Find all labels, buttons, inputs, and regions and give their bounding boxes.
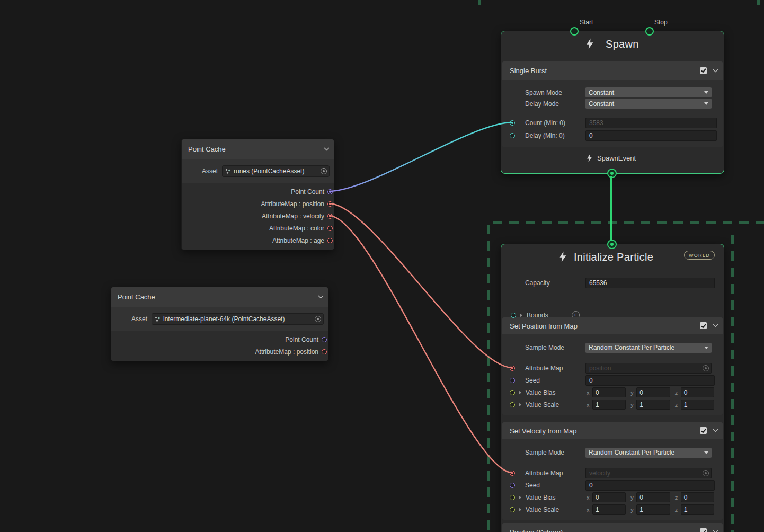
x-field[interactable]: 0 bbox=[592, 387, 626, 397]
point-cache-planet-node[interactable]: Point Cache Asset intermediate-planet-64… bbox=[111, 287, 328, 361]
sample-mode-dropdown[interactable]: Random Constant Per Particle bbox=[585, 343, 712, 353]
spawn-output-flow-port[interactable] bbox=[607, 169, 617, 178]
spawn-mode-dropdown[interactable]: Constant bbox=[585, 87, 712, 97]
bounds-input-port[interactable] bbox=[511, 313, 516, 318]
block-enabled-checkbox[interactable] bbox=[700, 427, 707, 434]
attribute-map-input-port[interactable] bbox=[510, 366, 515, 371]
foldout-arrow-icon[interactable] bbox=[520, 313, 522, 317]
value-bias-input-port[interactable] bbox=[510, 495, 515, 500]
attribute-map-field[interactable]: velocity bbox=[585, 468, 712, 478]
point-cache-runes-node[interactable]: Point Cache Asset runes (PointCacheAsset… bbox=[181, 139, 334, 250]
attributemap-age-output-port[interactable] bbox=[327, 238, 333, 243]
delay-field[interactable]: 0 bbox=[585, 130, 717, 141]
z-field[interactable]: 0 bbox=[681, 387, 714, 397]
value-scale-row: Value Scale x1 y1 z1 bbox=[502, 398, 723, 411]
attributemap-position-output-port[interactable] bbox=[327, 201, 333, 207]
y-field[interactable]: 0 bbox=[636, 492, 670, 502]
attributemap-velocity-output-port[interactable] bbox=[327, 214, 333, 219]
set-velocity-from-map-block-header[interactable]: Set Velocity from Map bbox=[502, 422, 723, 439]
asset-object-field[interactable]: runes (PointCacheAsset) bbox=[222, 165, 330, 177]
lightning-icon bbox=[586, 38, 594, 49]
output-row: AttributeMap : position bbox=[111, 345, 328, 358]
object-picker-icon[interactable] bbox=[703, 365, 709, 371]
attribute-map-row: Attribute Map position bbox=[502, 362, 723, 374]
output-row: Point Count bbox=[111, 333, 328, 345]
block-enabled-checkbox[interactable] bbox=[700, 67, 707, 74]
delay-input-port[interactable] bbox=[510, 133, 515, 138]
seed-input-port[interactable] bbox=[510, 378, 515, 383]
sample-mode-dropdown[interactable]: Random Constant Per Particle bbox=[585, 448, 712, 458]
output-row: AttributeMap : velocity bbox=[182, 210, 334, 222]
single-burst-block-header[interactable]: Single Burst bbox=[502, 61, 723, 80]
flow-input-stop-label: Stop bbox=[654, 19, 668, 26]
y-field[interactable]: 1 bbox=[636, 504, 670, 515]
checkmark-icon bbox=[700, 529, 707, 532]
output-row: AttributeMap : age bbox=[182, 234, 334, 246]
z-field[interactable]: 1 bbox=[681, 400, 714, 410]
z-field[interactable]: 1 bbox=[681, 504, 714, 515]
value-bias-input-port[interactable] bbox=[510, 390, 515, 395]
initialize-input-flow-port[interactable] bbox=[607, 240, 617, 249]
z-field[interactable]: 0 bbox=[681, 492, 714, 502]
y-field[interactable]: 0 bbox=[636, 387, 670, 397]
value-scale-input-port[interactable] bbox=[510, 507, 515, 512]
object-picker-icon[interactable] bbox=[321, 168, 327, 174]
space-badge[interactable]: WORLD bbox=[684, 251, 715, 260]
block-enabled-checkbox[interactable] bbox=[700, 322, 707, 329]
seed-field[interactable]: 0 bbox=[585, 480, 715, 491]
node-title: Point Cache bbox=[118, 293, 155, 301]
checkmark-icon bbox=[700, 428, 707, 434]
collapse-chevron-icon[interactable] bbox=[713, 69, 718, 73]
node-header[interactable]: Point Cache bbox=[182, 139, 334, 159]
attribute-map-input-port[interactable] bbox=[510, 471, 515, 476]
seed-field[interactable]: 0 bbox=[585, 375, 715, 386]
foldout-arrow-icon[interactable] bbox=[519, 391, 521, 395]
collapse-chevron-icon[interactable] bbox=[318, 295, 324, 299]
seed-input-port[interactable] bbox=[510, 483, 515, 488]
point-count-output-port[interactable] bbox=[327, 189, 333, 194]
output-port-list: Point Count AttributeMap : position Attr… bbox=[182, 183, 334, 250]
asset-label: Asset bbox=[182, 167, 218, 175]
position-sphere-block-header[interactable]: Position (Sphere) bbox=[502, 523, 723, 532]
checkmark-icon bbox=[700, 67, 707, 74]
asset-section: Asset runes (PointCacheAsset) bbox=[182, 159, 334, 183]
point-count-output-port[interactable] bbox=[322, 337, 327, 342]
count-input-port[interactable] bbox=[510, 120, 515, 126]
value-bias-row: Value Bias x0 y0 z0 bbox=[502, 491, 723, 503]
object-picker-icon[interactable] bbox=[703, 470, 709, 476]
object-picker-icon[interactable] bbox=[315, 316, 321, 322]
stop-flow-port[interactable] bbox=[645, 27, 654, 36]
attribute-map-field[interactable]: position bbox=[585, 363, 712, 374]
attributemap-color-output-port[interactable] bbox=[327, 226, 333, 231]
foldout-arrow-icon[interactable] bbox=[519, 495, 521, 500]
x-field[interactable]: 1 bbox=[592, 400, 626, 410]
delay-mode-dropdown[interactable]: Constant bbox=[585, 99, 712, 109]
asset-name: runes (PointCacheAsset) bbox=[234, 167, 321, 175]
collapse-chevron-icon[interactable] bbox=[324, 147, 330, 151]
x-field[interactable]: 1 bbox=[592, 504, 626, 515]
sample-mode-row: Sample Mode Random Constant Per Particle bbox=[502, 447, 723, 458]
block-enabled-checkbox[interactable] bbox=[700, 528, 707, 532]
vector3-fields: x0 y0 z0 bbox=[585, 492, 714, 502]
foldout-arrow-icon[interactable] bbox=[519, 403, 521, 407]
collapse-chevron-icon[interactable] bbox=[713, 324, 718, 327]
dropdown-caret-icon bbox=[704, 102, 708, 105]
set-position-from-map-block-header[interactable]: Set Position from Map bbox=[502, 317, 723, 334]
spawn-context-node[interactable]: Start Stop Spawn Single Burst Spawn Mode… bbox=[501, 31, 724, 174]
x-field[interactable]: 0 bbox=[592, 492, 626, 502]
asset-object-field[interactable]: intermediate-planet-64k (PointCacheAsset… bbox=[152, 313, 324, 325]
y-field[interactable]: 1 bbox=[636, 400, 670, 410]
set-position-from-map-block-body: Sample Mode Random Constant Per Particle… bbox=[502, 334, 723, 415]
initialize-particle-context-node[interactable]: Initialize Particle WORLD Capacity 65536… bbox=[501, 244, 724, 532]
value-scale-input-port[interactable] bbox=[510, 402, 515, 407]
foldout-arrow-icon[interactable] bbox=[519, 508, 521, 512]
collapse-chevron-icon[interactable] bbox=[713, 530, 718, 532]
capacity-field[interactable]: 65536 bbox=[585, 278, 715, 288]
start-flow-port[interactable] bbox=[570, 27, 579, 36]
collapse-chevron-icon[interactable] bbox=[713, 429, 718, 432]
count-field[interactable]: 3583 bbox=[585, 118, 717, 128]
node-title: Point Cache bbox=[188, 145, 226, 153]
vfx-graph-canvas[interactable]: Point Cache Asset runes (PointCacheAsset… bbox=[0, 0, 764, 532]
node-header[interactable]: Point Cache bbox=[111, 287, 328, 307]
attributemap-position-output-port[interactable] bbox=[322, 349, 327, 354]
